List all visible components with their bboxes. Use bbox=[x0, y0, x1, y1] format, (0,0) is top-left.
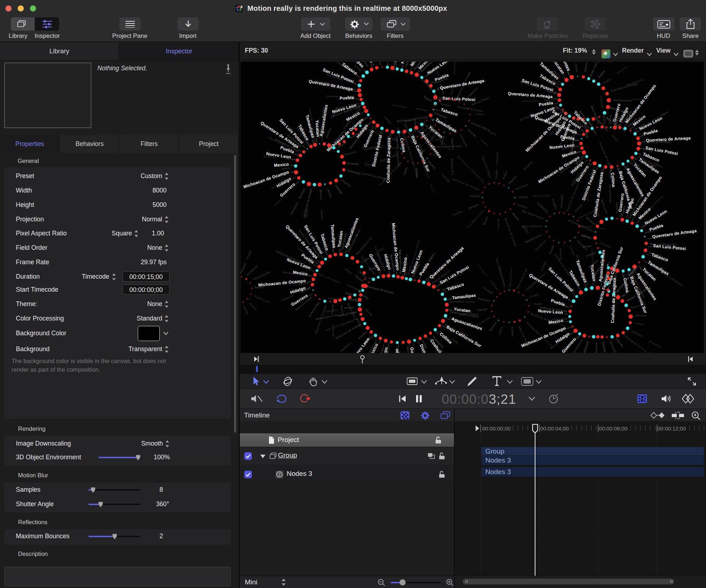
svg-text:Chiapas: Chiapas bbox=[384, 116, 392, 124]
svg-text:Zacatecas: Zacatecas bbox=[595, 342, 597, 353]
svg-text:San Luis Potosi: San Luis Potosi bbox=[609, 185, 612, 203]
svg-text:Zacatecas: Zacatecas bbox=[535, 240, 546, 251]
svg-text:Puebla: Puebla bbox=[550, 298, 565, 307]
svg-text:Nuevo Leon: Nuevo Leon bbox=[425, 82, 438, 97]
svg-text:Baja California Sur: Baja California Sur bbox=[522, 209, 544, 220]
svg-text:Nayarit: Nayarit bbox=[255, 286, 264, 289]
svg-text:Tabasco: Tabasco bbox=[631, 330, 643, 337]
svg-text:San Luis Potosi: San Luis Potosi bbox=[591, 105, 601, 124]
svg-text:Puebla: Puebla bbox=[603, 78, 611, 84]
svg-text:Jalisco: Jalisco bbox=[517, 203, 528, 209]
svg-text:Mexico: Mexico bbox=[612, 134, 619, 142]
svg-text:Sinaloa: Sinaloa bbox=[636, 314, 647, 317]
svg-text:Aguascalientes: Aguascalientes bbox=[498, 267, 506, 287]
svg-text:Nuevo Leon: Nuevo Leon bbox=[601, 199, 609, 214]
svg-text:Baja California: Baja California bbox=[509, 268, 512, 287]
svg-text:Chiapas: Chiapas bbox=[441, 103, 451, 107]
svg-text:Sinaloa: Sinaloa bbox=[344, 306, 354, 309]
svg-text:Sinaloa: Sinaloa bbox=[511, 327, 515, 336]
svg-text:Campeche: Campeche bbox=[525, 280, 538, 292]
svg-text:Zacatecas: Zacatecas bbox=[246, 264, 258, 276]
svg-text:Chiapas: Chiapas bbox=[551, 198, 557, 209]
svg-text:Tamaulipas: Tamaulipas bbox=[376, 62, 382, 62]
svg-text:Guerrero: Guerrero bbox=[495, 258, 500, 269]
svg-text:Coahuila de Zaragoza: Coahuila de Zaragoza bbox=[318, 273, 340, 284]
svg-text:Tabasco: Tabasco bbox=[345, 292, 357, 297]
svg-text:Colima: Colima bbox=[476, 113, 484, 115]
svg-text:Zacatecas: Zacatecas bbox=[489, 279, 499, 291]
svg-text:Tlaxcala: Tlaxcala bbox=[355, 275, 364, 282]
svg-text:Chihuahua: Chihuahua bbox=[560, 194, 563, 208]
svg-text:Morelos: Morelos bbox=[416, 107, 428, 112]
svg-text:Aguascalientes: Aguascalientes bbox=[253, 270, 271, 280]
svg-text:Hidalgo: Hidalgo bbox=[355, 229, 361, 238]
svg-text:Veracruz: Veracruz bbox=[466, 220, 475, 229]
svg-text:Tlaxcala: Tlaxcala bbox=[274, 198, 283, 206]
svg-text:Morelos: Morelos bbox=[586, 217, 596, 225]
svg-text:Guerrero: Guerrero bbox=[341, 179, 351, 187]
svg-text:Baja California Sur: Baja California Sur bbox=[362, 147, 382, 149]
svg-text:Tamaulipas: Tamaulipas bbox=[414, 118, 416, 132]
svg-text:Baja California: Baja California bbox=[522, 225, 542, 228]
svg-text:Sonora: Sonora bbox=[609, 115, 612, 124]
svg-text:Tamaulipas: Tamaulipas bbox=[515, 183, 528, 191]
svg-text:Tamaulipas: Tamaulipas bbox=[330, 224, 337, 248]
svg-text:Veracruz: Veracruz bbox=[418, 74, 427, 83]
svg-text:Hidalgo: Hidalgo bbox=[394, 349, 400, 353]
svg-text:Durango: Durango bbox=[246, 250, 252, 260]
svg-text:Yucatan: Yucatan bbox=[483, 286, 494, 295]
svg-text:Queretaro de Arteaga: Queretaro de Arteaga bbox=[652, 228, 697, 239]
svg-text:Nuevo Leon: Nuevo Leon bbox=[472, 210, 484, 223]
svg-text:Sinaloa: Sinaloa bbox=[495, 169, 497, 178]
svg-text:Campeche: Campeche bbox=[537, 202, 549, 213]
svg-text:00:00:04;00: 00:00:04;00 bbox=[540, 425, 569, 432]
svg-text:Tabasco: Tabasco bbox=[651, 252, 669, 262]
svg-text:Quintana Roo: Quintana Roo bbox=[308, 302, 320, 318]
svg-text:Nodes 3: Nodes 3 bbox=[485, 468, 511, 476]
svg-text:Hidalgo: Hidalgo bbox=[334, 185, 343, 195]
svg-text:Tabasco: Tabasco bbox=[489, 321, 497, 332]
svg-text:Distrito Federal: Distrito Federal bbox=[371, 134, 383, 167]
svg-text:Oaxaca: Oaxaca bbox=[416, 168, 419, 178]
svg-text:Morelos: Morelos bbox=[497, 219, 500, 229]
svg-text:Aguascalientes: Aguascalientes bbox=[581, 341, 590, 353]
svg-text:Tlaxcala: Tlaxcala bbox=[569, 245, 575, 256]
svg-text:Quintana Roo: Quintana Roo bbox=[526, 321, 540, 335]
svg-text:Durango: Durango bbox=[540, 261, 547, 271]
svg-text:Puebla: Puebla bbox=[339, 95, 354, 101]
svg-text:Tabasco: Tabasco bbox=[446, 282, 464, 292]
svg-text:Quintana Roo: Quintana Roo bbox=[342, 317, 359, 326]
svg-text:Nodes 3: Nodes 3 bbox=[485, 456, 511, 464]
svg-text:Campeche: Campeche bbox=[341, 62, 351, 62]
svg-text:Baja California: Baja California bbox=[649, 195, 664, 209]
svg-text:Sonora: Sonora bbox=[502, 171, 507, 180]
svg-text:Mexico: Mexico bbox=[539, 271, 547, 278]
svg-text:Tlaxcala: Tlaxcala bbox=[384, 62, 388, 62]
svg-text:Veracruz: Veracruz bbox=[429, 184, 435, 194]
svg-text:Michoacan de Ocampo: Michoacan de Ocampo bbox=[258, 278, 306, 288]
svg-text:Puebla: Puebla bbox=[643, 128, 658, 137]
svg-text:Michoacan de Ocampo: Michoacan de Ocampo bbox=[458, 106, 483, 112]
svg-text:San Luis Potosi: San Luis Potosi bbox=[481, 156, 492, 179]
svg-text:Tlaxcala: Tlaxcala bbox=[477, 308, 487, 312]
svg-text:Chihuahua: Chihuahua bbox=[523, 161, 533, 171]
svg-text:Mexico: Mexico bbox=[401, 257, 408, 273]
svg-text:Yucatan: Yucatan bbox=[241, 263, 246, 274]
svg-text:Campeche: Campeche bbox=[496, 152, 498, 165]
svg-text:Tlaxcala: Tlaxcala bbox=[615, 337, 624, 348]
svg-text:Nayarit: Nayarit bbox=[423, 96, 432, 103]
svg-text:Oaxaca: Oaxaca bbox=[488, 130, 497, 136]
svg-text:San Luis Potosi: San Luis Potosi bbox=[653, 243, 686, 251]
svg-text:00:00:00;00: 00:00:00;00 bbox=[482, 425, 511, 432]
svg-text:Sonora: Sonora bbox=[582, 225, 592, 228]
svg-text:Veracruz: Veracruz bbox=[559, 248, 562, 260]
svg-text:Yucatan: Yucatan bbox=[590, 264, 597, 282]
svg-text:Morelos: Morelos bbox=[298, 188, 305, 199]
svg-text:Sonora: Sonora bbox=[348, 298, 357, 301]
svg-text:Michoacan de Ocampo: Michoacan de Ocampo bbox=[367, 285, 394, 295]
svg-text:Tamaulipas: Tamaulipas bbox=[290, 202, 298, 215]
svg-text:Mexico: Mexico bbox=[292, 270, 308, 277]
svg-text:Tamaulipas: Tamaulipas bbox=[346, 284, 359, 291]
svg-text:Baja California Sur: Baja California Sur bbox=[356, 236, 372, 255]
svg-text:Puebla: Puebla bbox=[243, 305, 249, 314]
